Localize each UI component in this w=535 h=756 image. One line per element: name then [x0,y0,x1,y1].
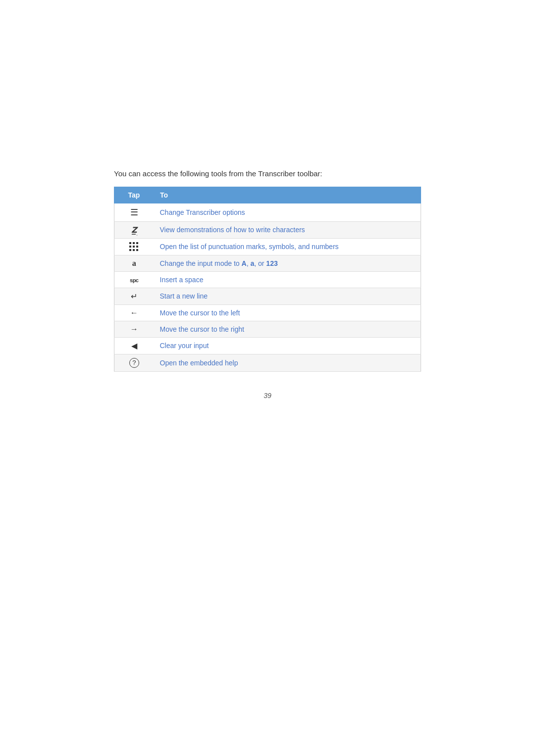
col-tap-header: Tap [114,187,154,203]
table-row: ?Open the embedded help [114,354,421,371]
tap-icon-cell: spc [114,271,154,288]
bold-A: A [242,259,247,267]
table-row: →Move the cursor to the right [114,321,421,337]
grid-icon [129,242,139,252]
tap-icon-cell: ☰ [114,203,154,221]
help-icon: ? [129,358,139,368]
table-row: ↵Start a new line [114,288,421,304]
tap-icon-cell: ? [114,354,154,371]
tap-icon-cell: ↵ [114,288,154,304]
tap-icon-cell: ← [114,304,154,321]
space-icon: spc [130,277,138,283]
table-row: Open the list of punctuation marks, symb… [114,238,421,255]
table-row: Z̲View demonstrations of how to write ch… [114,221,421,238]
action-cell: Open the list of punctuation marks, symb… [154,238,421,255]
action-cell: Open the embedded help [154,354,421,371]
tap-icon-cell [114,238,154,255]
bold-a: a [250,259,254,267]
table-row: ☰Change Transcriber options [114,203,421,221]
action-cell: Change Transcriber options [154,203,421,221]
action-cell: Move the cursor to the left [154,304,421,321]
tap-icon-cell: ◀ [114,337,154,354]
bold-123: 123 [266,259,277,267]
table-row: ◀Clear your input [114,337,421,354]
left-arrow-icon: ← [130,308,138,317]
action-cell: Insert a space [154,271,421,288]
intro-paragraph: You can access the following tools from … [114,168,421,180]
write-icon: Z̲ [131,225,137,235]
menu-icon: ☰ [130,207,138,218]
input-mode-icon: a [132,259,136,267]
page-container: You can access the following tools from … [94,0,441,499]
tap-icon-cell: → [114,321,154,337]
tap-icon-cell: Z̲ [114,221,154,238]
col-to-header: To [154,187,421,203]
table-row: ←Move the cursor to the left [114,304,421,321]
action-cell: Clear your input [154,337,421,354]
table-header-row: Tap To [114,187,421,203]
right-arrow-icon: → [130,325,138,334]
action-cell: Move the cursor to the right [154,321,421,337]
action-cell: Change the input mode to A, a, or 123 [154,255,421,271]
tap-icon-cell: a [114,255,154,271]
backspace-icon: ◀ [131,341,137,351]
toolbar-table: Tap To ☰Change Transcriber optionsZ̲View… [114,187,421,372]
action-cell: View demonstrations of how to write char… [154,221,421,238]
page-number: 39 [114,392,421,400]
table-row: spcInsert a space [114,271,421,288]
action-cell: Start a new line [154,288,421,304]
return-icon: ↵ [131,292,137,301]
table-row: aChange the input mode to A, a, or 123 [114,255,421,271]
